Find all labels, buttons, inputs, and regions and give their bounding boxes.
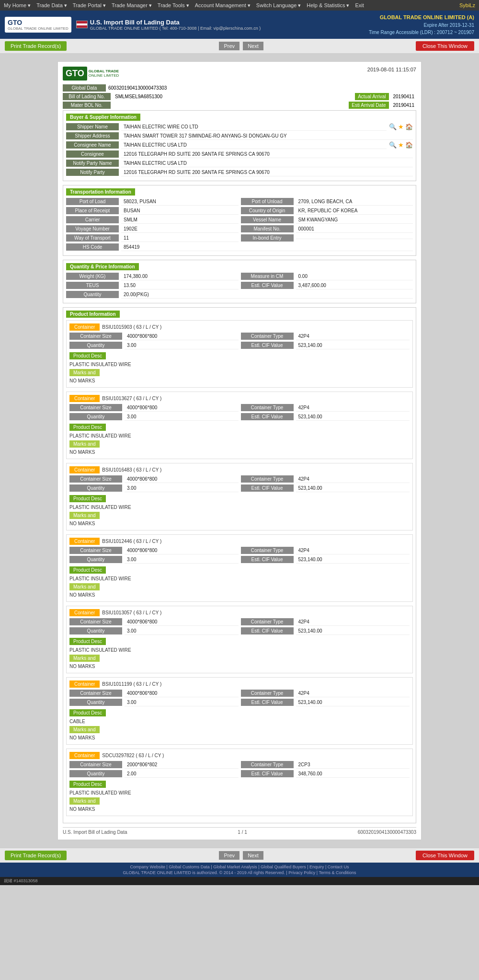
container-size-value-5: 4000*806*800 [125,690,239,697]
nav-myhome[interactable]: My Home ▾ [4,2,31,9]
container-qty-value-2: 3.00 [125,484,239,492]
container-label-2: Container [69,466,100,473]
shipper-addr-label: Shipper Address [66,132,119,139]
weight-value: 174,380.00 [121,273,239,280]
carrier-value: SMLM [121,216,239,224]
container-cif-value-5: 523,140.00 [296,699,410,706]
global-data-label: Global Data [63,84,106,92]
document-footer: U.S. Import Bill of Lading Data 1 / 1 60… [63,827,416,835]
actual-arrival-value: 20190411 [391,93,417,100]
footer-company-link[interactable]: Company Website [130,865,165,869]
star-icon[interactable]: ★ [398,123,404,130]
esti-arrival-value: 20190411 [391,102,417,109]
teus-label: TEUS [66,282,119,289]
footer-customs-link[interactable]: Global Customs Data [169,865,210,869]
carrier-label: Carrier [66,216,119,223]
way-transport-value: 11 [121,234,239,242]
product-desc-value-3: PLASTIC INSULATED WIRE [69,575,410,582]
container-qty-value-4: 3.00 [125,627,239,635]
page-header: GTO GLOBAL TRADE ONLINE LIMITED U.S. Imp… [0,11,479,39]
nav-tradeportal[interactable]: Trade Portal ▾ [73,2,106,9]
product-desc-value-6: PLASTIC INSULATED WIRE [69,789,410,796]
container-qty-value-0: 3.00 [125,342,239,349]
page-title: U.S. Import Bill of Lading Data [90,19,261,26]
home-icon-2[interactable]: 🏠 [405,141,413,149]
top-action-bar: Print Trade Record(s) Prev Next Close Th… [0,39,479,54]
container-cif-label-4: Estl. CIF Value [241,627,294,634]
footer-copyright: GLOBAL TRADE ONLINE LIMITED is authorize… [123,870,285,875]
container-type-value-1: 42P4 [296,404,410,412]
nav-helpstats[interactable]: Help & Statistics ▾ [307,2,349,9]
marks-title-5: Marks and [69,726,100,733]
container-cif-value-3: 523,140.00 [296,556,410,564]
container-size-label-0: Container Size [69,333,122,340]
port-unload-label: Port of Unload [241,198,294,205]
bottom-action-bar: Print Trade Record(s) Prev Next Close Th… [0,848,479,863]
container-label-0: Container [69,323,100,331]
container-block-4: Container BSIU1013057 ( 63 / L / CY ) Co… [66,606,413,673]
footer-contact-link[interactable]: Contact Us [328,865,349,869]
container-id-3: BSIU1012446 ( 63 / L / CY ) [102,539,161,544]
shipper-addr-row: Shipper Address TAIHAN SMART TOWER 317 S… [66,132,413,140]
prev-button-bottom[interactable]: Prev [219,851,240,860]
marks-value-5: NO MARKS [69,734,410,741]
bol-row: Bill of Lading No. SMLMSEL9A6851300 Actu… [63,93,416,100]
container-label-6: Container [69,752,100,759]
container-qty-value-5: 3.00 [125,699,239,706]
shipper-name-value: TAIHAN ELECTRIC WIRE CO LTD [121,123,387,131]
container-cif-label-2: Estl. CIF Value [241,484,294,492]
footer-privacy-link[interactable]: Privacy Policy [288,870,315,875]
nav-tradetools[interactable]: Trade Tools ▾ [158,2,189,9]
close-button-bottom[interactable]: Close This Window [416,851,474,860]
nav-switchlang[interactable]: Switch Language ▾ [256,2,301,9]
cif-total-value: 3,487,600.00 [296,282,413,289]
container-type-value-0: 42P4 [296,333,410,340]
container-size-value-0: 4000*806*800 [125,333,239,340]
container-cif-value-1: 523,140.00 [296,413,410,421]
shipper-name-label: Shipper Name [66,123,119,130]
footer-terms-link[interactable]: Terms & Conditions [319,870,356,875]
footer-market-link[interactable]: Global Market Analysis [213,865,257,869]
quantity-total-label: Quantity [66,291,119,298]
manifest-value: 000001 [296,225,413,233]
footer-enquiry-link[interactable]: Enquiry [309,865,324,869]
container-type-value-3: 42P4 [296,547,410,554]
nav-exit[interactable]: Exit [355,2,364,8]
container-block-2: Container BSIU1016483 ( 63 / L / CY ) Co… [66,463,413,530]
print-button-bottom[interactable]: Print Trade Record(s) [5,851,67,860]
product-desc-title-1: Product Desc [69,424,106,431]
star-icon-2[interactable]: ★ [398,141,404,149]
container-id-4: BSIU1013057 ( 63 / L / CY ) [102,610,161,615]
search-icon[interactable]: 🔍 [389,123,397,130]
close-button-top[interactable]: Close This Window [416,41,474,51]
quantity-total-row: Quantity 20.00(PKG) [66,291,413,299]
product-desc-value-4: PLASTIC INSULATED WIRE [69,646,410,654]
nav-tradedata[interactable]: Trade Data ▾ [36,2,67,9]
next-button-bottom[interactable]: Next [243,851,263,860]
site-footer: Company Website | Global Customs Data | … [0,863,479,877]
home-icon[interactable]: 🏠 [405,123,413,130]
search-icon-2[interactable]: 🔍 [389,141,397,149]
container-size-label-5: Container Size [69,690,122,697]
product-desc-title-6: Product Desc [69,781,106,788]
vessel-name-label: Vessel Name [241,216,294,223]
container-size-value-4: 4000*806*800 [125,618,239,626]
product-desc-title-0: Product Desc [69,352,106,359]
container-id-2: BSIU1016483 ( 63 / L / CY ) [102,467,161,473]
nav-trademanager[interactable]: Trade Manager ▾ [112,2,152,9]
footer-buyers-link[interactable]: Global Qualified Buyers [261,865,306,869]
container-block-1: Container BSIU1013627 ( 63 / L / CY ) Co… [66,392,413,459]
product-desc-value-1: PLASTIC INSULATED WIRE [69,432,410,439]
next-button-top[interactable]: Next [243,42,263,50]
voyage-value: 1902E [121,225,239,233]
container-qty-value-6: 2.00 [125,770,239,778]
nav-accountmgmt[interactable]: Account Management ▾ [195,2,251,9]
expire-info: Expire After 2019-12-31 [369,22,474,29]
container-block-5: Container BSIU1011199 ( 63 / L / CY ) Co… [66,677,413,745]
product-desc-title-4: Product Desc [69,638,106,645]
marks-value-6: NO MARKS [69,806,410,813]
prev-button-top[interactable]: Prev [219,42,240,50]
consignee-name-label: Consignee Name [66,141,119,149]
main-document: GTO GLOBAL TRADE ONLINE LIMITED 2019-08-… [57,61,422,840]
print-button-top[interactable]: Print Trade Record(s) [5,41,67,51]
